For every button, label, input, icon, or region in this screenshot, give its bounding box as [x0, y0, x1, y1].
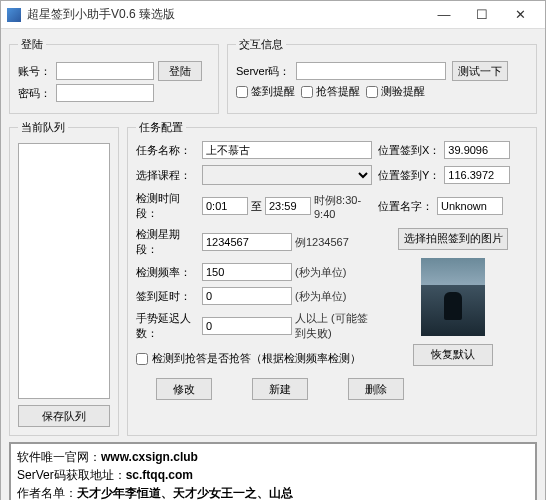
delay-unit: (秒为单位) — [295, 289, 346, 304]
test-button[interactable]: 测试一下 — [452, 61, 508, 81]
choose-image-button[interactable]: 选择拍照签到的图片 — [398, 228, 508, 250]
restore-default-button[interactable]: 恢复默认 — [413, 344, 493, 366]
account-label: 账号： — [18, 64, 52, 79]
sign-remind-label: 签到提醒 — [251, 84, 295, 99]
pos-name-input[interactable] — [437, 197, 503, 215]
password-label: 密码： — [18, 86, 52, 101]
detect-grab-checkbox[interactable] — [136, 353, 148, 365]
time-mid-label: 至 — [251, 199, 262, 214]
interact-legend: 交互信息 — [236, 37, 286, 52]
date-label: 检测星期段： — [136, 227, 196, 257]
course-select[interactable] — [202, 165, 372, 185]
pos-y-input[interactable] — [444, 166, 510, 184]
pos-name-label: 位置名字： — [378, 199, 433, 214]
queue-group: 当前队列 保存队列 — [9, 120, 119, 436]
close-button[interactable]: ✕ — [501, 2, 539, 28]
grab-remind-label: 抢答提醒 — [316, 84, 360, 99]
hand-label: 手势延迟人数： — [136, 311, 196, 341]
account-input[interactable] — [56, 62, 154, 80]
delay-label: 签到延时： — [136, 289, 196, 304]
thumbnail-image — [421, 258, 485, 336]
login-button[interactable]: 登陆 — [158, 61, 202, 81]
delay-input[interactable] — [202, 287, 292, 305]
login-legend: 登陆 — [18, 37, 46, 52]
course-label: 选择课程： — [136, 168, 196, 183]
task-name-input[interactable] — [202, 141, 372, 159]
interact-group: 交互信息 Server码： 测试一下 签到提醒 抢答提醒 测验提醒 — [227, 37, 537, 114]
app-icon — [7, 8, 21, 22]
modify-button[interactable]: 修改 — [156, 378, 212, 400]
minimize-button[interactable]: — — [425, 2, 463, 28]
info-box: 软件唯一官网：www.cxsign.club SerVer码获取地址：sc.ft… — [9, 442, 537, 500]
hand-unit: 人以上 (可能签到失败) — [295, 311, 372, 341]
time-example: 时例8:30-9:40 — [314, 193, 372, 220]
save-queue-button[interactable]: 保存队列 — [18, 405, 110, 427]
login-group: 登陆 账号： 登陆 密码： — [9, 37, 219, 114]
titlebar: 超星签到小助手V0.6 臻选版 — ☐ ✕ — [1, 1, 545, 29]
test-remind-checkbox[interactable] — [366, 86, 378, 98]
password-input[interactable] — [56, 84, 154, 102]
freq-unit: (秒为单位) — [295, 265, 346, 280]
pos-x-label: 位置签到X： — [378, 143, 440, 158]
date-input[interactable] — [202, 233, 292, 251]
freq-label: 检测频率： — [136, 265, 196, 280]
task-group: 任务配置 任务名称： 位置签到X： 选择课程： 位置签到Y： 检测时间段： 至 … — [127, 120, 537, 436]
server-input[interactable] — [296, 62, 446, 80]
queue-legend: 当前队列 — [18, 120, 68, 135]
task-legend: 任务配置 — [136, 120, 186, 135]
date-example: 例1234567 — [295, 235, 349, 250]
hand-input[interactable] — [202, 317, 292, 335]
new-button[interactable]: 新建 — [252, 378, 308, 400]
freq-input[interactable] — [202, 263, 292, 281]
delete-button[interactable]: 删除 — [348, 378, 404, 400]
pos-x-input[interactable] — [444, 141, 510, 159]
server-label: Server码： — [236, 64, 290, 79]
test-remind-label: 测验提醒 — [381, 84, 425, 99]
detect-grab-label: 检测到抢答是否抢答（根据检测频率检测） — [152, 351, 361, 366]
maximize-button[interactable]: ☐ — [463, 2, 501, 28]
time-end-input[interactable] — [265, 197, 311, 215]
grab-remind-checkbox[interactable] — [301, 86, 313, 98]
pos-y-label: 位置签到Y： — [378, 168, 440, 183]
queue-list[interactable] — [18, 143, 110, 399]
time-start-input[interactable] — [202, 197, 248, 215]
time-label: 检测时间段： — [136, 191, 196, 221]
sign-remind-checkbox[interactable] — [236, 86, 248, 98]
window-title: 超星签到小助手V0.6 臻选版 — [27, 6, 425, 23]
task-name-label: 任务名称： — [136, 143, 196, 158]
